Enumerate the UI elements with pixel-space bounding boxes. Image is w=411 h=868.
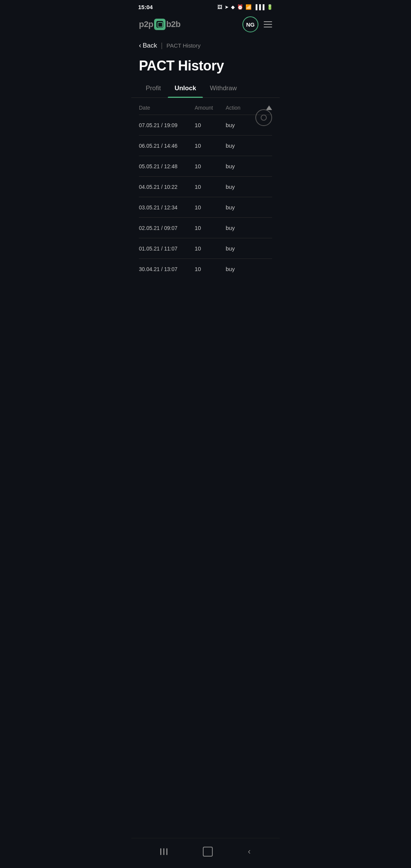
navigation-icon: ➤	[225, 4, 229, 10]
table-row: 05.05.21 / 12:48 10 buy	[139, 156, 272, 176]
app-header: p2p b2b NG	[131, 13, 280, 38]
status-time: 15:04	[138, 4, 153, 10]
bottom-nav: ‹	[131, 838, 280, 868]
tab-profit-label: Profit	[146, 85, 161, 92]
row-date-0: 07.05.21 / 19:09	[139, 122, 195, 128]
nav-line-2	[163, 848, 164, 855]
row-date-6: 01.05.21 / 11:07	[139, 246, 195, 252]
row-action-4: buy	[226, 204, 256, 211]
status-icons: 🖼 ➤ ◆ ⏰ 📶 ▐▐▐ 🔋	[217, 4, 273, 10]
table-row: 02.05.21 / 09:07 10 buy	[139, 217, 272, 238]
battery-icon: 🔋	[267, 4, 273, 10]
nav-menu-icon2	[163, 848, 164, 855]
logo-icon	[154, 19, 166, 30]
filter-circle-inner	[261, 115, 267, 121]
tab-profit[interactable]: Profit	[139, 80, 168, 97]
avatar-initials: NG	[246, 21, 255, 28]
col-date: Date	[139, 105, 195, 111]
back-label: Back	[143, 42, 157, 49]
nav-line-1	[160, 848, 161, 855]
nav-line-3	[166, 848, 167, 855]
status-bar: 15:04 🖼 ➤ ◆ ⏰ 📶 ▐▐▐ 🔋	[131, 0, 280, 13]
row-action-0: buy	[226, 122, 256, 128]
header-right: NG	[242, 16, 272, 32]
table-row: 01.05.21 / 11:07 10 buy	[139, 238, 272, 258]
nav-back-button[interactable]: ‹	[245, 844, 253, 859]
table-container: Date Amount Action 07.05.21 / 19:09 10 b…	[131, 98, 280, 838]
nav-home-button[interactable]	[201, 844, 215, 859]
row-date-5: 02.05.21 / 09:07	[139, 225, 195, 231]
photo-icon: 🖼	[217, 4, 222, 10]
sort-triangle-icon	[266, 105, 272, 110]
row-amount-2: 10	[195, 163, 226, 169]
menu-line-2	[264, 24, 272, 25]
tab-withdraw-label: Withdraw	[210, 85, 237, 92]
wifi-icon: 📶	[245, 4, 252, 10]
breadcrumb-current: PACT History	[166, 42, 200, 49]
col-action: Action	[226, 105, 256, 111]
nav-menu-icon3	[166, 848, 167, 855]
row-amount-1: 10	[195, 142, 226, 149]
back-chevron-icon: ‹	[139, 41, 141, 49]
tab-withdraw[interactable]: Withdraw	[203, 80, 244, 97]
table-row: 07.05.21 / 19:09 10 buy	[139, 115, 272, 135]
row-action-7: buy	[226, 266, 256, 272]
logo-p2p-text: p2p	[139, 19, 153, 29]
row-date-1: 06.05.21 / 14:46	[139, 143, 195, 149]
table-row: 04.05.21 / 10:22 10 buy	[139, 176, 272, 197]
row-date-3: 04.05.21 / 10:22	[139, 184, 195, 190]
col-amount: Amount	[195, 105, 226, 111]
breadcrumb-divider: |	[161, 41, 163, 49]
avatar[interactable]: NG	[242, 16, 258, 32]
table-row: 03.05.21 / 12:34 10 buy	[139, 197, 272, 217]
alarm-icon: ⏰	[237, 4, 243, 10]
tab-unlock[interactable]: Unlock	[168, 80, 203, 97]
table-body: 07.05.21 / 19:09 10 buy 06.05.21 / 14:46…	[139, 115, 272, 279]
logo-icon-inner	[156, 21, 163, 28]
row-date-2: 05.05.21 / 12:48	[139, 163, 195, 169]
row-amount-5: 10	[195, 225, 226, 231]
menu-button[interactable]	[264, 21, 272, 27]
row-amount-0: 10	[195, 122, 226, 128]
menu-line-3	[264, 27, 272, 27]
row-date-4: 03.05.21 / 12:34	[139, 204, 195, 211]
row-amount-6: 10	[195, 245, 226, 252]
row-amount-3: 10	[195, 183, 226, 190]
nav-menu-icon	[160, 848, 161, 855]
logo-b2b-text: b2b	[166, 19, 181, 29]
app-logo: p2p b2b	[139, 19, 180, 30]
row-amount-7: 10	[195, 266, 226, 272]
nav-menu-button[interactable]	[158, 846, 170, 857]
tab-unlock-label: Unlock	[175, 85, 196, 92]
menu-line-1	[264, 21, 272, 22]
row-action-2: buy	[226, 163, 256, 169]
table-header-wrapper: Date Amount Action	[139, 98, 272, 115]
table-row: 30.04.21 / 13:07 10 buy	[139, 258, 272, 279]
row-action-1: buy	[226, 142, 256, 149]
back-button[interactable]: ‹ Back	[139, 41, 157, 49]
tab-bar: Profit Unlock Withdraw	[131, 80, 280, 98]
row-action-6: buy	[226, 245, 256, 252]
row-action-5: buy	[226, 225, 256, 231]
nav-home-icon	[203, 847, 213, 857]
row-date-7: 30.04.21 / 13:07	[139, 266, 195, 272]
table-header: Date Amount Action	[139, 98, 272, 115]
filter-circle-button[interactable]	[255, 109, 272, 126]
nav-back-icon: ‹	[248, 847, 250, 856]
row-amount-4: 10	[195, 204, 226, 211]
breadcrumb: ‹ Back | PACT History	[131, 38, 280, 49]
signal-icon: ▐▐▐	[254, 4, 264, 10]
row-action-3: buy	[226, 183, 256, 190]
page-title: PACT History	[131, 49, 280, 80]
table-row: 06.05.21 / 14:46 10 buy	[139, 135, 272, 156]
diamond-icon: ◆	[231, 4, 235, 10]
